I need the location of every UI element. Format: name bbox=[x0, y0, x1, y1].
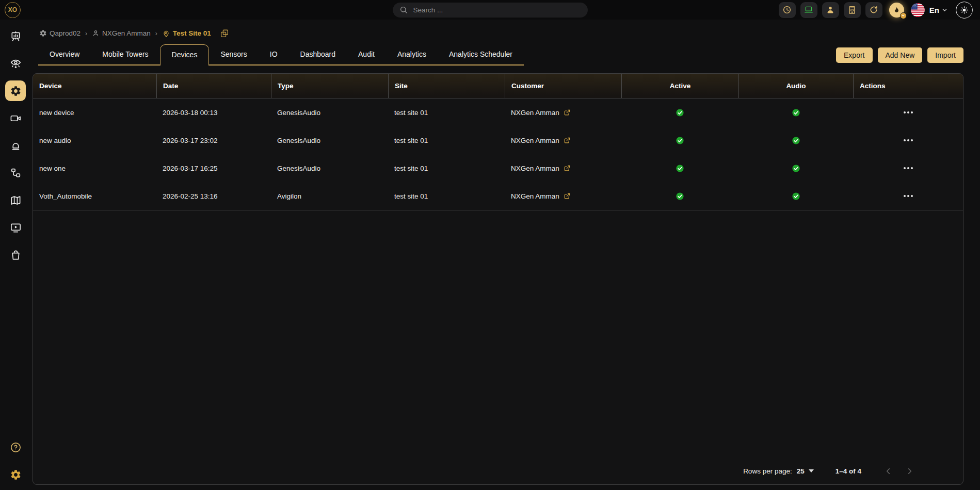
cell-active bbox=[621, 126, 738, 154]
main-content: Qaprod02 › NXGen Amman › Test Site 01 Ov… bbox=[31, 20, 980, 490]
import-button[interactable]: Import bbox=[927, 47, 963, 63]
column-header-audio[interactable]: Audio bbox=[738, 74, 853, 98]
language-selector[interactable]: En bbox=[929, 6, 948, 14]
column-header-label: Device bbox=[39, 82, 62, 90]
column-header-actions[interactable]: Actions bbox=[853, 74, 963, 98]
search-bar bbox=[393, 3, 588, 18]
row-actions-button[interactable] bbox=[904, 111, 913, 113]
toolbar: Export Add New Import bbox=[836, 47, 963, 63]
sidebar-item-workflows[interactable] bbox=[5, 162, 26, 183]
breadcrumb-item-tenant[interactable]: Qaprod02 bbox=[39, 29, 81, 37]
cell-date: 2026-03-17 16:25 bbox=[156, 154, 271, 182]
cell-type: Avigilon bbox=[271, 182, 388, 210]
devices-monitor-button[interactable] bbox=[800, 2, 817, 18]
column-header-customer[interactable]: Customer bbox=[505, 74, 621, 98]
theme-toggle[interactable] bbox=[956, 2, 973, 19]
sidebar-item-alarms[interactable] bbox=[5, 135, 26, 156]
refresh-button[interactable] bbox=[865, 2, 882, 18]
sidebar-item-help[interactable] bbox=[5, 437, 26, 458]
table-row[interactable]: new audio 2026-03-17 23:02 GenesisAudio … bbox=[33, 126, 963, 154]
history-button[interactable] bbox=[779, 2, 796, 18]
tab-io[interactable]: IO bbox=[259, 45, 289, 64]
column-header-label: Active bbox=[670, 82, 691, 90]
external-link-button[interactable] bbox=[564, 109, 571, 116]
video-camera-icon bbox=[10, 112, 22, 124]
rows-per-page-select[interactable]: 25 bbox=[797, 467, 814, 475]
chevron-left-icon bbox=[884, 467, 893, 476]
clock-icon bbox=[782, 5, 792, 14]
tab-mobile-towers[interactable]: Mobile Towers bbox=[91, 45, 159, 64]
tab-sensors[interactable]: Sensors bbox=[209, 45, 258, 64]
chevron-right-icon bbox=[905, 467, 914, 476]
external-link-button[interactable] bbox=[564, 192, 571, 200]
cell-date: 2026-03-18 00:13 bbox=[156, 99, 271, 126]
pagination-range: 1–4 of 4 bbox=[836, 467, 861, 475]
brand-text: XO bbox=[8, 6, 17, 13]
sidebar-item-settings[interactable] bbox=[5, 80, 26, 101]
sidebar-item-video-wall[interactable] bbox=[5, 217, 26, 238]
cell-device: Voth_Automobile bbox=[33, 182, 156, 210]
external-link-button[interactable] bbox=[564, 137, 571, 144]
breadcrumb-item-customer[interactable]: NXGen Amman bbox=[92, 29, 151, 37]
column-header-device[interactable]: Device bbox=[33, 74, 156, 98]
tab-label: Overview bbox=[50, 50, 79, 58]
table-header: Device Date Type Site Customer Active Au… bbox=[33, 74, 963, 99]
cell-type: GenesisAudio bbox=[271, 99, 388, 126]
map-icon bbox=[10, 194, 22, 206]
column-header-label: Audio bbox=[786, 82, 806, 90]
sun-icon bbox=[960, 6, 969, 14]
cell-actions bbox=[853, 99, 963, 126]
row-actions-button[interactable] bbox=[904, 167, 913, 169]
table-row[interactable]: new one 2026-03-17 16:25 GenesisAudio te… bbox=[33, 154, 963, 182]
search-input[interactable] bbox=[413, 6, 581, 14]
next-page-button[interactable] bbox=[905, 467, 914, 476]
brand-logo[interactable]: XO bbox=[5, 2, 21, 18]
tab-analytics[interactable]: Analytics bbox=[386, 45, 438, 64]
sidebar-item-cameras[interactable] bbox=[5, 108, 26, 128]
eye-monitor-icon bbox=[10, 58, 22, 70]
column-header-active[interactable]: Active bbox=[621, 74, 738, 98]
export-button[interactable]: Export bbox=[836, 47, 872, 63]
check-circle-icon bbox=[676, 164, 684, 173]
user-icon bbox=[92, 29, 100, 37]
table-row[interactable]: Voth_Automobile 2026-02-25 13:16 Avigilo… bbox=[33, 182, 963, 210]
tab-dashboard[interactable]: Dashboard bbox=[289, 45, 347, 64]
cell-customer: NXGen Amman bbox=[505, 182, 621, 210]
tab-audit[interactable]: Audit bbox=[347, 45, 386, 64]
row-actions-button[interactable] bbox=[904, 139, 913, 141]
cell-site: test site 01 bbox=[388, 126, 505, 154]
add-new-button[interactable]: Add New bbox=[878, 47, 923, 63]
column-header-site[interactable]: Site bbox=[388, 74, 505, 98]
customer-name: NXGen Amman bbox=[511, 165, 559, 172]
tab-label: Analytics bbox=[397, 50, 426, 58]
tab-overview[interactable]: Overview bbox=[38, 45, 91, 64]
devices-table-card: Device Date Type Site Customer Active Au… bbox=[33, 73, 963, 485]
row-actions-button[interactable] bbox=[904, 195, 913, 197]
previous-page-button[interactable] bbox=[884, 467, 893, 476]
column-header-date[interactable]: Date bbox=[156, 74, 271, 98]
breadcrumb-item-site[interactable]: Test Site 01 bbox=[162, 29, 211, 38]
tab-label: Analytics Scheduler bbox=[449, 50, 512, 58]
tab-analytics-scheduler[interactable]: Analytics Scheduler bbox=[438, 45, 524, 64]
avatar-flame-icon bbox=[893, 6, 901, 14]
organization-button[interactable] bbox=[844, 2, 861, 18]
sidebar-item-maps[interactable] bbox=[5, 190, 26, 210]
copy-button[interactable] bbox=[220, 29, 229, 38]
sidebar-item-preferences[interactable] bbox=[5, 464, 26, 485]
pagination: Rows per page: 25 1–4 of 4 bbox=[33, 458, 963, 484]
sidebar-item-marketplace[interactable] bbox=[5, 244, 26, 265]
user-button[interactable] bbox=[822, 2, 839, 18]
us-flag-icon[interactable] bbox=[911, 3, 925, 17]
sidebar-item-monitoring[interactable] bbox=[5, 53, 26, 74]
check-circle-icon bbox=[792, 136, 800, 145]
table-row[interactable]: new device 2026-03-18 00:13 GenesisAudio… bbox=[33, 99, 963, 126]
column-header-type[interactable]: Type bbox=[271, 74, 388, 98]
shopping-bag-icon bbox=[10, 249, 22, 261]
check-circle-icon bbox=[792, 164, 800, 173]
external-link-button[interactable] bbox=[564, 165, 571, 172]
cell-type: GenesisAudio bbox=[271, 154, 388, 182]
account-menu[interactable] bbox=[889, 3, 904, 18]
sidebar-item-dashboard[interactable] bbox=[5, 26, 26, 46]
tab-devices[interactable]: Devices bbox=[160, 44, 210, 66]
cell-type: GenesisAudio bbox=[271, 126, 388, 154]
